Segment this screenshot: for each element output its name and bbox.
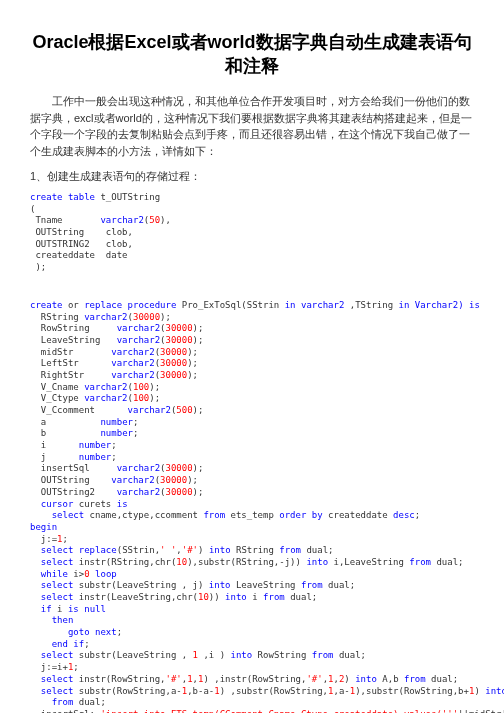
intro-paragraph: 工作中一般会出现这种情况，和其他单位合作开发项目时，对方会给我们一份他们的数据字… [30, 93, 474, 159]
step-1-label: 1、创建生成建表语句的存储过程： [30, 169, 474, 184]
code-block-2: create or replace procedure Pro_ExToSql(… [30, 300, 474, 713]
code-block-1: create table t_OUTString ( Tname varchar… [30, 192, 474, 274]
page-title: Oracle根据Excel或者world数据字典自动生成建表语句和注释 [30, 30, 474, 78]
